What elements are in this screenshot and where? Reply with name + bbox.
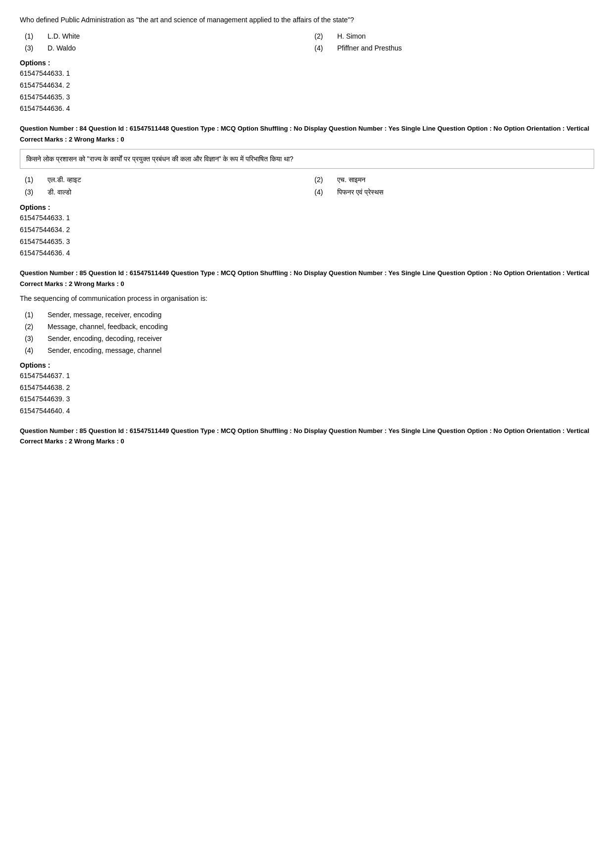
option-1-83: (1) L.D. White (25, 32, 305, 40)
option-2-84: (2) एच. साइमन (314, 176, 594, 184)
options-grid-84: (1) एल.डी. व्हाइट (2) एच. साइमन (3) डी. … (20, 176, 594, 196)
option-num: (4) (25, 346, 40, 354)
options-codes-85: Options : 61547544637. 1 61547544638. 2 … (20, 361, 594, 417)
option-text: H. Simon (337, 32, 366, 40)
option-4-84: (4) पिफनर एवं प्रेस्थस (314, 188, 594, 196)
option-num: (4) (314, 44, 329, 52)
options-label: Options : (20, 203, 594, 211)
correct-marks-85b: Correct Marks : 2 Wrong Marks : 0 (20, 437, 594, 445)
question-meta-85: Question Number : 85 Question Id : 61547… (20, 268, 594, 278)
correct-marks-84: Correct Marks : 2 Wrong Marks : 0 (20, 136, 594, 143)
option-num: (3) (25, 188, 40, 196)
option-2-85: (2) Message, channel, feedback, encoding (25, 323, 594, 331)
question-text-83: Who defined Public Administration as "th… (20, 15, 594, 25)
option-4-83: (4) Pfiffner and Presthus (314, 44, 594, 52)
option-4-85: (4) Sender, encoding, message, channel (25, 346, 594, 354)
option-num: (1) (25, 32, 40, 40)
option-1-84: (1) एल.डी. व्हाइट (25, 176, 305, 184)
options-grid-85: (1) Sender, message, receiver, encoding … (20, 311, 594, 354)
option-code-4: 61547544640. 4 (20, 405, 594, 417)
question-meta-85b: Question Number : 85 Question Id : 61547… (20, 426, 594, 436)
option-code-1: 61547544633. 1 (20, 212, 594, 224)
option-code-3: 61547544639. 3 (20, 393, 594, 405)
question-85-section: Question Number : 85 Question Id : 61547… (20, 268, 594, 417)
option-text: Sender, encoding, message, channel (48, 346, 161, 354)
option-num: (2) (314, 32, 329, 40)
options-label: Options : (20, 59, 594, 67)
option-code-4: 61547544636. 4 (20, 247, 594, 259)
options-label: Options : (20, 361, 594, 369)
option-text: एच. साइमन (337, 176, 365, 184)
option-num: (4) (314, 188, 329, 196)
options-codes-83: Options : 61547544633. 1 61547544634. 2 … (20, 59, 594, 115)
option-1-85: (1) Sender, message, receiver, encoding (25, 311, 594, 319)
option-code-3: 61547544635. 3 (20, 236, 594, 248)
option-3-83: (3) D. Waldo (25, 44, 305, 52)
option-num: (3) (25, 335, 40, 342)
option-code-1: 61547544633. 1 (20, 68, 594, 80)
option-code-2: 61547544634. 2 (20, 224, 594, 236)
option-code-3: 61547544635. 3 (20, 92, 594, 103)
option-code-4: 61547544636. 4 (20, 103, 594, 115)
option-code-1: 61547544637. 1 (20, 370, 594, 382)
option-text: D. Waldo (48, 44, 76, 52)
question-text-85: The sequencing of communication process … (20, 293, 594, 304)
options-codes-84: Options : 61547544633. 1 61547544634. 2 … (20, 203, 594, 259)
option-num: (2) (314, 176, 329, 184)
option-text: डी. वाल्डो (48, 188, 71, 196)
option-2-83: (2) H. Simon (314, 32, 594, 40)
option-text: Pfiffner and Presthus (337, 44, 402, 52)
option-3-84: (3) डी. वाल्डो (25, 188, 305, 196)
option-num: (1) (25, 176, 40, 184)
correct-marks-85: Correct Marks : 2 Wrong Marks : 0 (20, 280, 594, 288)
option-3-85: (3) Sender, encoding, decoding, receiver (25, 335, 594, 342)
option-text: Message, channel, feedback, encoding (48, 323, 168, 331)
option-num: (2) (25, 323, 40, 331)
question-84-section: Question Number : 84 Question Id : 61547… (20, 124, 594, 259)
option-text: Sender, encoding, decoding, receiver (48, 335, 162, 342)
option-code-2: 61547544638. 2 (20, 382, 594, 394)
option-text: पिफनर एवं प्रेस्थस (337, 188, 383, 196)
option-code-2: 61547544634. 2 (20, 80, 594, 92)
question-83-english: Who defined Public Administration as "th… (20, 15, 594, 115)
option-text: L.D. White (48, 32, 80, 40)
option-num: (3) (25, 44, 40, 52)
question-85-footer: Question Number : 85 Question Id : 61547… (20, 426, 594, 445)
hindi-question-84: किसने लोक प्रशासन को "राज्य के कार्यों प… (20, 149, 594, 169)
option-text: एल.डी. व्हाइट (48, 176, 81, 184)
option-num: (1) (25, 311, 40, 319)
options-grid-83: (1) L.D. White (2) H. Simon (3) D. Waldo… (20, 32, 594, 52)
question-meta-84: Question Number : 84 Question Id : 61547… (20, 124, 594, 134)
option-text: Sender, message, receiver, encoding (48, 311, 161, 319)
